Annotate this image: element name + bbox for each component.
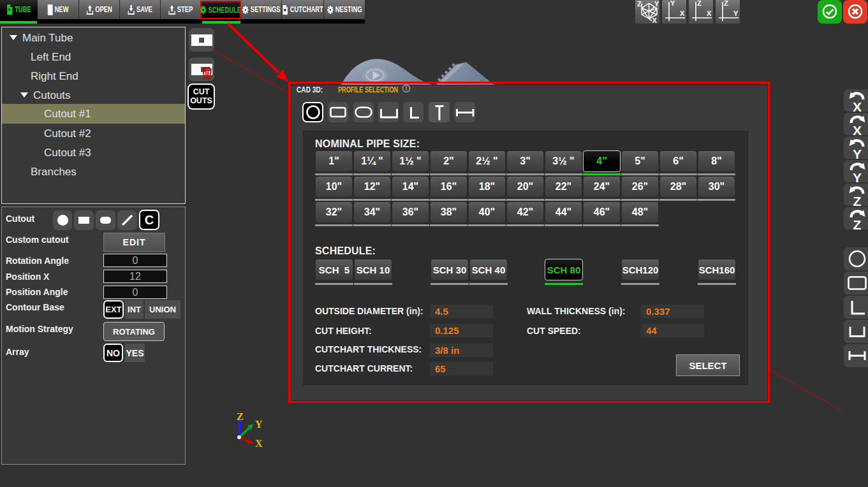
svg-text:X: X bbox=[255, 438, 263, 449]
svg-text:Z: Z bbox=[853, 194, 862, 206]
svg-text:Z: Z bbox=[237, 411, 244, 422]
svg-text:Y: Y bbox=[853, 170, 862, 182]
svg-text:X: X bbox=[853, 123, 862, 135]
svg-text:X: X bbox=[853, 99, 862, 112]
svg-text:Y: Y bbox=[255, 419, 263, 430]
svg-text:X: X bbox=[707, 10, 712, 17]
svg-text:Z: Z bbox=[724, 0, 728, 7]
svg-text:Y: Y bbox=[853, 147, 862, 159]
svg-text:Y: Y bbox=[670, 0, 675, 7]
svg-text:Z: Z bbox=[637, 0, 642, 8]
svg-text:Y: Y bbox=[733, 10, 739, 17]
svg-text:Z: Z bbox=[853, 217, 862, 229]
svg-text:Y: Y bbox=[654, 0, 659, 8]
svg-text:X: X bbox=[680, 10, 685, 17]
svg-text:X: X bbox=[652, 17, 658, 24]
svg-text:Z: Z bbox=[697, 0, 702, 7]
